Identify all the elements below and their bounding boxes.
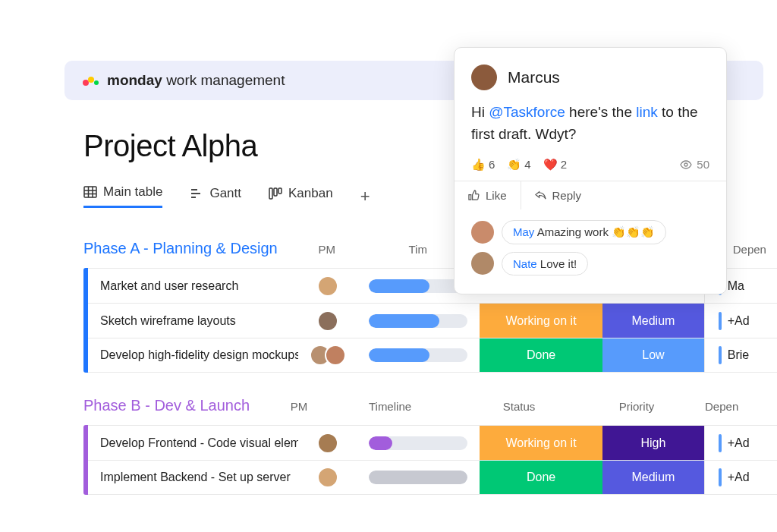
col-header-priority: Priority bbox=[584, 400, 690, 413]
col-header-dependent: Depen bbox=[690, 400, 766, 413]
tab-gantt[interactable]: Gantt bbox=[190, 186, 241, 207]
table-icon bbox=[83, 185, 97, 199]
pm-cell[interactable] bbox=[298, 467, 356, 488]
priority-cell[interactable]: Medium bbox=[602, 461, 704, 494]
pm-cell[interactable] bbox=[298, 310, 356, 332]
col-header-pm: PM bbox=[265, 400, 326, 413]
svg-rect-12 bbox=[274, 188, 277, 196]
gantt-icon bbox=[190, 187, 203, 200]
reply-button[interactable]: Reply bbox=[521, 181, 595, 209]
svg-rect-3 bbox=[84, 187, 96, 197]
priority-cell[interactable]: High bbox=[602, 426, 704, 460]
author-name[interactable]: Marcus bbox=[508, 68, 560, 87]
timeline-cell[interactable] bbox=[357, 314, 480, 328]
svg-point-2 bbox=[94, 80, 99, 85]
thumbs-up-icon: 👍 bbox=[471, 158, 486, 172]
group-phase-b: Phase B - Dev & Launch PM Timeline Statu… bbox=[83, 397, 777, 495]
priority-cell[interactable]: Medium bbox=[602, 304, 704, 338]
clap-icon: 👏 bbox=[507, 158, 521, 172]
reaction-heart[interactable]: ❤️2 bbox=[543, 158, 567, 172]
reply-bubble[interactable]: May Amazing work 👏👏👏 bbox=[502, 220, 666, 244]
tab-kanban[interactable]: Kanban bbox=[269, 186, 333, 207]
dependent-cell[interactable]: +Ad bbox=[704, 426, 777, 460]
svg-rect-11 bbox=[269, 188, 272, 199]
svg-point-1 bbox=[88, 77, 94, 83]
reply-avatar[interactable] bbox=[471, 252, 494, 275]
avatar bbox=[317, 467, 338, 488]
table-row[interactable]: Sketch wireframe layouts Working on it M… bbox=[88, 303, 777, 338]
col-header-pm: PM bbox=[293, 243, 354, 256]
dependent-cell[interactable]: +Ad bbox=[704, 304, 777, 338]
comment-card: Marcus Hi @Taskforce here's the link to … bbox=[454, 47, 727, 294]
reply-item: May Amazing work 👏👏👏 bbox=[471, 220, 709, 244]
reply-avatar[interactable] bbox=[471, 221, 494, 244]
table-row[interactable]: Develop Frontend - Code visual elements … bbox=[88, 425, 777, 460]
status-cell[interactable]: Done bbox=[480, 461, 602, 494]
avatar bbox=[317, 433, 338, 454]
eye-icon bbox=[680, 159, 692, 171]
view-count: 50 bbox=[680, 158, 709, 171]
reply-item: Nate Love it! bbox=[471, 252, 709, 275]
svg-point-14 bbox=[684, 163, 687, 166]
avatar bbox=[317, 275, 338, 297]
kanban-icon bbox=[269, 187, 282, 200]
like-button[interactable]: Like bbox=[455, 181, 521, 209]
table-row[interactable]: Develop high-fidelity design mockups Don… bbox=[88, 338, 777, 373]
task-name[interactable]: Develop Frontend - Code visual elements bbox=[88, 436, 298, 450]
col-header-timeline: Timeline bbox=[326, 400, 455, 413]
tab-gantt-label: Gantt bbox=[209, 186, 241, 201]
status-cell[interactable]: Done bbox=[480, 338, 602, 372]
tab-main-table[interactable]: Main table bbox=[83, 184, 162, 208]
reply-icon bbox=[535, 190, 546, 201]
link[interactable]: link bbox=[636, 104, 658, 120]
add-view-button[interactable]: + bbox=[360, 187, 370, 206]
col-header-status: Status bbox=[455, 400, 584, 413]
pm-cell[interactable] bbox=[298, 433, 356, 454]
task-name[interactable]: Sketch wireframe layouts bbox=[88, 314, 298, 328]
status-cell[interactable]: Working on it bbox=[480, 426, 602, 460]
svg-rect-13 bbox=[278, 188, 282, 194]
table-row[interactable]: Implement Backend - Set up server Done M… bbox=[88, 460, 777, 495]
tab-kanban-label: Kanban bbox=[288, 186, 333, 201]
reaction-clap[interactable]: 👏4 bbox=[507, 158, 530, 172]
task-name[interactable]: Develop high-fidelity design mockups bbox=[88, 348, 298, 362]
timeline-cell[interactable] bbox=[357, 348, 480, 362]
reaction-thumbs[interactable]: 👍6 bbox=[471, 158, 495, 172]
group-title[interactable]: Phase A - Planning & Design bbox=[83, 240, 278, 257]
timeline-cell[interactable] bbox=[357, 471, 480, 484]
pm-cell[interactable] bbox=[298, 345, 356, 366]
mention-link[interactable]: @Taskforce bbox=[489, 104, 565, 120]
group-title[interactable]: Phase B - Dev & Launch bbox=[83, 397, 250, 414]
brand-label: monday work management bbox=[107, 72, 285, 89]
thumbs-up-outline-icon bbox=[468, 190, 480, 201]
dependent-cell[interactable]: +Ad bbox=[704, 461, 777, 494]
status-cell[interactable]: Working on it bbox=[480, 304, 602, 338]
dependent-cell[interactable]: Brie bbox=[704, 338, 777, 372]
priority-cell[interactable]: Low bbox=[602, 338, 704, 372]
author-avatar[interactable] bbox=[471, 65, 497, 90]
svg-point-0 bbox=[83, 80, 89, 86]
comment-body: Hi @Taskforce here's the link to the fir… bbox=[471, 101, 709, 146]
heart-icon: ❤️ bbox=[543, 158, 558, 172]
tab-main-label: Main table bbox=[103, 184, 162, 200]
task-name[interactable]: Implement Backend - Set up server bbox=[88, 471, 298, 484]
avatar bbox=[317, 310, 338, 332]
pm-cell[interactable] bbox=[298, 275, 356, 297]
timeline-cell[interactable] bbox=[357, 436, 480, 450]
reply-bubble[interactable]: Nate Love it! bbox=[502, 252, 588, 275]
task-name[interactable]: Market and user research bbox=[88, 279, 298, 293]
avatar bbox=[325, 345, 346, 366]
monday-logo-icon bbox=[81, 71, 99, 90]
